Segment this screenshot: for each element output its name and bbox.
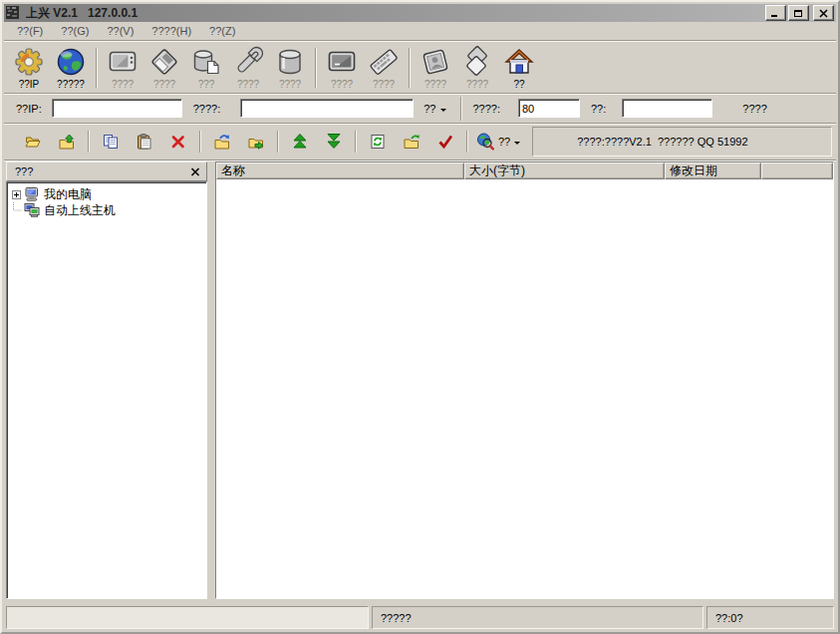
- mode-dropdown[interactable]: ??: [420, 101, 450, 117]
- database-icon: [274, 46, 306, 78]
- folder-arrow-icon: [404, 134, 420, 150]
- connect-action-button[interactable]: ????: [742, 103, 766, 115]
- double-up-arrow-icon: [292, 134, 308, 150]
- wrench-icon: [232, 46, 264, 78]
- port-label: ????:: [472, 103, 500, 115]
- red-check-icon: [437, 134, 453, 150]
- toolbar-button-cards[interactable]: ????: [456, 44, 498, 92]
- chevron-down-icon: [514, 142, 520, 148]
- refresh-button[interactable]: [366, 130, 390, 154]
- chevron-down-icon: [440, 109, 446, 115]
- toolbar-button-label: ?????: [57, 79, 85, 90]
- window-title: 上兴 V2.1 127.0.0.1: [26, 4, 765, 22]
- minimize-button[interactable]: [765, 5, 786, 21]
- menu-bar: ??(F) ??(G) ??(V) ????(H) ??(Z): [4, 22, 836, 41]
- download-button[interactable]: [322, 130, 346, 154]
- toolbar-button-label: ??: [513, 79, 524, 90]
- copy-button[interactable]: [99, 130, 123, 154]
- column-header-size[interactable]: 大小(字节): [464, 162, 665, 179]
- upload-button[interactable]: [288, 130, 312, 154]
- title-bar[interactable]: 上兴 V2.1 127.0.0.1: [4, 4, 836, 22]
- pass-input[interactable]: [622, 99, 712, 118]
- sidebar-title: ???: [15, 165, 33, 177]
- toolbar-button-keyboard[interactable]: ????: [363, 44, 405, 92]
- toolbar-button-label: ????: [466, 79, 488, 90]
- menu-file[interactable]: ??(F): [8, 23, 52, 39]
- file-list-body[interactable]: [216, 179, 833, 598]
- delete-x-icon: [170, 134, 186, 150]
- status-bar: ????? ??:0?: [4, 604, 836, 630]
- sidebar: ???: [6, 161, 207, 599]
- open-folder-button[interactable]: [21, 130, 45, 154]
- menu-help[interactable]: ????(H): [142, 23, 200, 39]
- folder-refresh-button[interactable]: [210, 130, 234, 154]
- toolbar-button-storage[interactable]: ???: [185, 44, 227, 92]
- column-header-date[interactable]: 修改日期: [665, 162, 761, 179]
- copy-icon: [103, 134, 119, 150]
- double-down-arrow-icon: [326, 134, 342, 150]
- info-text: ????:????V2.1 ?????? QQ 51992: [577, 136, 747, 148]
- screen-icon: [107, 46, 139, 78]
- toolbar-separator: [96, 48, 98, 88]
- ip-input[interactable]: [52, 99, 182, 118]
- disk-icon: [148, 46, 180, 78]
- toolbar-button-label: ????: [112, 79, 134, 90]
- status-count: ??:0?: [706, 606, 834, 629]
- search-globe-icon: [476, 133, 494, 151]
- close-icon: [190, 167, 200, 176]
- status-progress-box: [6, 606, 369, 629]
- toolbar-button-network[interactable]: ?????: [50, 44, 92, 92]
- toolbar-button-disk[interactable]: ????: [143, 44, 185, 92]
- target-input[interactable]: [240, 99, 414, 118]
- toolbar-button-photo[interactable]: ????: [415, 44, 456, 92]
- toolbar-button-label: ???: [198, 79, 215, 90]
- ip-label: ??IP:: [16, 103, 42, 115]
- folder-up-icon: [59, 134, 75, 150]
- menu-view[interactable]: ??(V): [98, 23, 142, 39]
- toolbar-button-label: ????: [153, 79, 175, 90]
- tree-item-label: 自动上线主机: [44, 202, 116, 219]
- column-header-name[interactable]: 名称: [216, 162, 464, 179]
- toolbar-button-label: ????: [331, 79, 353, 90]
- confirm-button[interactable]: [433, 130, 457, 154]
- paste-button[interactable]: [133, 130, 156, 154]
- network-hosts-icon: [23, 202, 41, 218]
- toolbar-separator: [315, 48, 317, 88]
- column-header-filler: [761, 162, 833, 179]
- delete-button[interactable]: [166, 130, 190, 154]
- file-toolbar-separator: [355, 131, 357, 153]
- pass-label: ??:: [591, 103, 606, 115]
- keyboard-icon: [368, 46, 400, 78]
- expand-plus-box[interactable]: [9, 190, 23, 199]
- connect-bar-separator: [460, 97, 462, 121]
- toolbar-button-settings[interactable]: ????: [227, 44, 269, 92]
- panel-splitter[interactable]: [207, 161, 215, 599]
- folder-go-button[interactable]: [244, 130, 268, 154]
- sidebar-close-button[interactable]: [190, 167, 200, 176]
- port-input[interactable]: [518, 99, 580, 118]
- file-toolbar: ?? ????:????V2.1 ?????? QQ 51992: [4, 124, 836, 160]
- menu-about[interactable]: ??(Z): [200, 23, 244, 39]
- tree-item-my-computer[interactable]: 我的电脑: [9, 186, 204, 202]
- browse-folder-button[interactable]: [400, 130, 423, 154]
- tree-item-auto-hosts[interactable]: 自动上线主机: [9, 202, 204, 218]
- toolbar-button-label: ??IP: [19, 79, 40, 90]
- toolbar-button-home[interactable]: ??: [498, 44, 540, 92]
- search-dropdown[interactable]: ??: [476, 133, 520, 151]
- maximize-button[interactable]: [788, 5, 809, 21]
- menu-tools[interactable]: ??(G): [52, 23, 98, 39]
- globe-icon: [55, 46, 87, 78]
- search-dropdown-label: ??: [498, 136, 510, 148]
- toolbar-button-set-ip[interactable]: ??IP: [8, 44, 50, 92]
- close-icon: [818, 9, 829, 18]
- photo-icon: [420, 46, 451, 78]
- file-toolbar-separator: [199, 131, 201, 153]
- status-message: ?????: [372, 606, 703, 629]
- close-button[interactable]: [813, 5, 834, 21]
- folder-up-button[interactable]: [55, 130, 79, 154]
- tree-connector: [9, 202, 23, 218]
- toolbar-button-database[interactable]: ????: [269, 44, 311, 92]
- toolbar-button-screen[interactable]: ????: [102, 44, 143, 92]
- toolbar-button-terminal[interactable]: ????: [321, 44, 363, 92]
- maximize-icon: [793, 9, 804, 18]
